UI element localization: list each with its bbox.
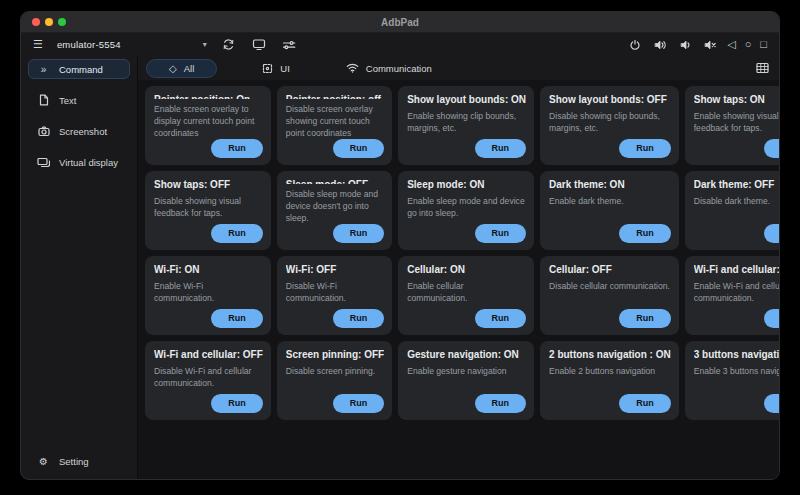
device-controls: ◁ ○ □ [627,37,767,53]
device-selector[interactable]: emulator-5554 ▾ [57,39,207,50]
device-sync-icon[interactable] [251,37,267,53]
tab-label: UI [280,63,290,74]
command-title: Wi-Fi and cellular: ON [694,264,779,276]
command-title: Wi-Fi: OFF [286,264,384,276]
menu-icon[interactable]: ☰ [33,38,43,51]
run-button[interactable]: Run [619,139,671,158]
command-card: 3 buttons navigation : ON Enable 3 butto… [685,341,779,420]
sidebar-item-label: Virtual display [59,157,118,168]
close-window-icon[interactable] [32,18,40,26]
command-card: 2 buttons navigation : ON Enable 2 butto… [540,341,679,420]
command-description: Enable Wi-Fi communication. [154,281,263,309]
run-button[interactable]: Run [211,224,263,243]
run-button[interactable]: Run [764,394,779,413]
command-title: Sleep mode: OFF [286,179,384,184]
command-card: Sleep mode: ON Enable sleep mode and dev… [398,171,534,250]
run-button[interactable]: Run [333,394,385,413]
layout-bounds-icon [262,63,273,74]
command-description: Disable showing clip bounds, margins, et… [549,111,671,139]
traffic-lights [32,18,66,26]
gear-icon: ⚙ [37,456,50,467]
command-title: Cellular: ON [407,264,526,276]
command-title: Screen pinning: OFF [286,349,384,361]
run-button[interactable]: Run [764,139,779,158]
sidebar-item-label: Screenshot [59,126,107,137]
refresh-icon[interactable] [221,37,237,53]
document-icon [37,94,50,106]
run-button[interactable]: Run [211,309,263,328]
run-button[interactable]: Run [764,309,779,328]
run-button[interactable]: Run [764,224,779,243]
sidebar-item-setting[interactable]: ⚙ Setting [28,451,130,471]
power-icon[interactable] [627,37,643,53]
zoom-window-icon[interactable] [58,18,66,26]
run-button[interactable]: Run [619,224,671,243]
command-title: Cellular: OFF [549,264,671,276]
command-title: Pointer position: On [154,94,263,99]
command-card: Show taps: ON Enable showing visual feed… [685,86,779,165]
run-button[interactable]: Run [619,309,671,328]
wifi-icon [346,63,359,73]
run-button[interactable]: Run [475,224,527,243]
run-button[interactable]: Run [333,139,385,158]
sidebar-item-command[interactable]: » Command [28,59,130,79]
minimize-window-icon[interactable] [45,18,53,26]
command-card: Show layout bonds: OFF Disable showing c… [540,86,679,165]
back-icon[interactable]: ◁ [727,39,735,50]
volume-up-icon[interactable] [652,37,668,53]
list-view-toggle-icon[interactable] [756,62,769,74]
sidebar-item-label: Setting [59,456,89,467]
run-button[interactable]: Run [211,394,263,413]
command-card: Pointer position: off Disable screen ove… [277,86,392,165]
run-button[interactable]: Run [619,394,671,413]
command-card: Wi-Fi: OFF Disable Wi-Fi communication. … [277,256,392,335]
sidebar: » Command Text [21,56,138,479]
command-title: Pointer position: off [286,94,384,99]
card-grid: Pointer position: On Enable screen overl… [145,86,772,420]
command-title: Show layout bounds: ON [407,94,526,106]
command-title: Show taps: OFF [154,179,263,191]
tabbar: ◇ All UI [138,56,779,80]
command-title: Dark theme: OFF [694,179,779,191]
tab-ui[interactable]: UI [251,59,301,78]
run-button[interactable]: Run [333,309,385,328]
run-button[interactable]: Run [475,309,527,328]
command-title: Wi-Fi: ON [154,264,263,276]
run-button[interactable]: Run [475,394,527,413]
command-description: Disable Wi-Fi and cellular communication… [154,366,263,394]
tab-communication[interactable]: Communication [335,59,443,78]
command-card: Dark theme: OFF Disable dark theme. Run [685,171,779,250]
command-card: Wi-Fi and cellular: ON Enable Wi-Fi and … [685,256,779,335]
command-description: Disable dark theme. [694,196,779,224]
command-title: Wi-Fi and cellular: OFF [154,349,263,361]
run-button[interactable]: Run [333,224,385,243]
command-title: 2 buttons navigation : ON [549,349,671,361]
run-button[interactable]: Run [475,139,527,158]
device-selector-value: emulator-5554 [57,39,121,50]
sidebar-item-screenshot[interactable]: Screenshot [28,121,130,141]
window-title: AdbPad [21,17,779,28]
sidebar-item-virtual-display[interactable]: Virtual display [28,152,130,172]
app-window: AdbPad ☰ emulator-5554 ▾ [20,11,780,480]
command-card: Screen pinning: OFF Disable screen pinni… [277,341,392,420]
overview-icon[interactable]: □ [760,39,767,50]
diamond-icon: ◇ [169,63,177,74]
command-description: Disable showing visual feedback for taps… [154,196,263,224]
home-icon[interactable]: ○ [745,39,752,50]
display-icon [37,157,50,168]
command-card: Dark theme: ON Enable dark theme. Run [540,171,679,250]
run-button[interactable]: Run [211,139,263,158]
titlebar: AdbPad [21,12,779,33]
command-card: Show layout bounds: ON Enable showing cl… [398,86,534,165]
tab-all[interactable]: ◇ All [146,59,217,78]
command-description: Enable 3 buttons navigation [694,366,779,394]
command-list: Pointer position: On Enable screen overl… [138,80,779,479]
volume-mute-icon[interactable] [702,37,718,53]
tune-icon[interactable] [281,37,297,53]
sidebar-item-text[interactable]: Text [28,90,130,110]
command-title: Dark theme: ON [549,179,671,191]
volume-down-icon[interactable] [677,37,693,53]
command-description: Enable showing clip bounds, margins, etc… [407,111,526,139]
command-description: Disable Wi-Fi communication. [286,281,384,309]
command-description: Enable sleep mode and device go into sle… [407,196,526,224]
